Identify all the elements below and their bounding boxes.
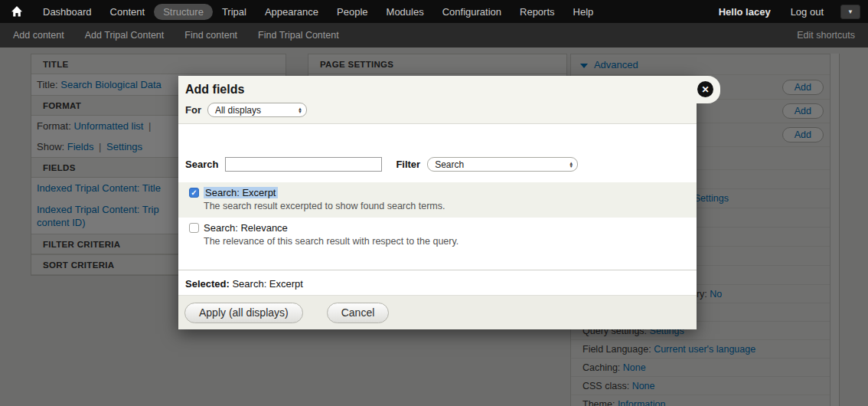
option-search-relevance[interactable]: Search: Relevance The relevance of this … [178, 218, 697, 253]
screen: Dashboard Content Structure Tripal Appea… [0, 0, 868, 406]
shortcuts-bar: Add content Add Tripal Content Find cont… [0, 23, 868, 47]
select-stepper-icon: ▲▼ [569, 162, 573, 168]
user-greeting: Hello lacey [719, 6, 771, 18]
toolbar-item-structure[interactable]: Structure [154, 4, 213, 20]
checkbox-checked-icon[interactable]: ✓ [189, 188, 199, 198]
search-input[interactable] [225, 157, 382, 172]
shortcut-find-tripal-content[interactable]: Find Tripal Content [258, 30, 339, 41]
option-description: The search result excerpted to show foun… [204, 201, 689, 211]
apply-button[interactable]: Apply (all displays) [184, 303, 303, 323]
dialog-close-tab: ✕ [673, 76, 720, 103]
shortcut-add-content[interactable]: Add content [13, 30, 64, 41]
select-stepper-icon: ▲▼ [298, 107, 302, 113]
dialog-body: Search Filter Search ▲▼ ✓ Search: Excerp… [178, 157, 697, 253]
option-label: Search: Relevance [204, 222, 288, 234]
toolbar-item-modules[interactable]: Modules [377, 4, 433, 20]
cancel-button[interactable]: Cancel [327, 303, 390, 323]
chevron-down-icon: ▼ [847, 8, 853, 15]
for-select-value: All displays [215, 105, 261, 116]
add-fields-dialog: ✕ Add fields For All displays ▲▼ Search … [178, 76, 697, 329]
toolbar-toggle-button[interactable]: ▼ [840, 5, 860, 19]
for-display-select[interactable]: All displays ▲▼ [207, 103, 307, 117]
home-icon[interactable] [11, 5, 23, 18]
selected-value: Search: Excerpt [232, 278, 303, 290]
filter-select-value: Search [435, 159, 464, 170]
selected-label: Selected: [185, 278, 230, 290]
toolbar-item-appearance[interactable]: Appearance [256, 4, 328, 20]
search-label: Search [185, 159, 218, 170]
edit-shortcuts-link[interactable]: Edit shortcuts [797, 30, 855, 41]
admin-toolbar: Dashboard Content Structure Tripal Appea… [0, 0, 868, 23]
field-options-list: ✓ Search: Excerpt The search result exce… [178, 182, 697, 253]
toolbar-item-people[interactable]: People [328, 4, 377, 20]
shortcut-find-content[interactable]: Find content [184, 30, 237, 41]
dialog-header: Add fields For All displays ▲▼ [178, 76, 697, 124]
toolbar-item-reports[interactable]: Reports [511, 4, 564, 20]
logout-link[interactable]: Log out [791, 6, 824, 18]
option-label: Search: Excerpt [204, 187, 278, 198]
dialog-title: Add fields [185, 83, 689, 97]
toolbar-item-content[interactable]: Content [101, 4, 155, 20]
filter-select[interactable]: Search ▲▼ [427, 157, 578, 172]
toolbar-item-tripal[interactable]: Tripal [213, 4, 256, 20]
close-icon[interactable]: ✕ [697, 81, 713, 97]
for-label: For [185, 104, 201, 116]
toolbar-item-dashboard[interactable]: Dashboard [34, 4, 101, 20]
shortcut-add-tripal-content[interactable]: Add Tripal Content [85, 30, 165, 41]
toolbar-item-configuration[interactable]: Configuration [433, 4, 511, 20]
dialog-footer: Apply (all displays) Cancel [178, 295, 697, 329]
option-description: The relevance of this search result with… [204, 236, 689, 247]
checkbox-unchecked-icon[interactable] [189, 223, 199, 233]
selected-summary: Selected: Search: Excerpt [178, 270, 697, 296]
filter-label: Filter [396, 159, 420, 170]
option-search-excerpt[interactable]: ✓ Search: Excerpt The search result exce… [178, 182, 697, 218]
toolbar-item-help[interactable]: Help [564, 4, 603, 20]
